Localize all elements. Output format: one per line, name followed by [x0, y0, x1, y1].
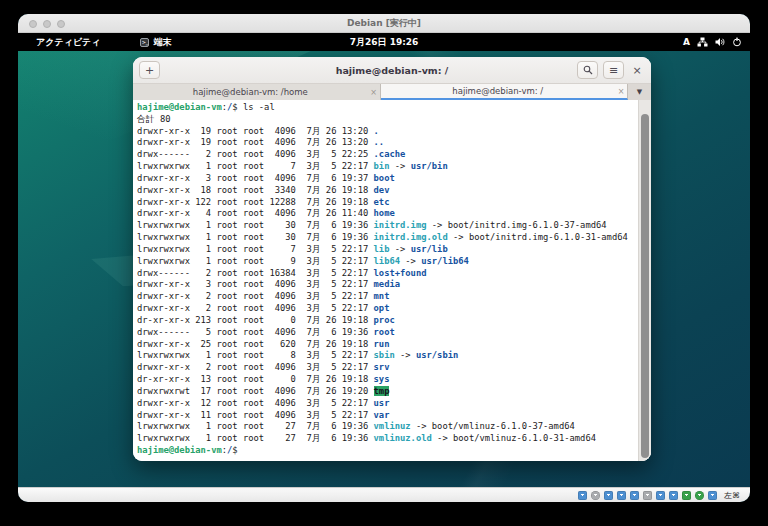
focused-app-menu[interactable]: >_ 端末	[136, 36, 175, 49]
tab-label: hajime@debian-vm: /home	[133, 87, 368, 97]
menu-button[interactable]: ≡	[603, 61, 624, 79]
terminal-line: drwx------ 2 root root 4096 3月 5 22:25 .…	[137, 149, 637, 161]
system-status-area[interactable]: A	[683, 37, 742, 47]
terminal-screen[interactable]: hajime@debian-vm:/$ ls -al合計 80drwxr-xr-…	[133, 100, 651, 461]
tab-home[interactable]: hajime@debian-vm: /home ×	[133, 84, 381, 100]
terminal-line: drwxr-xr-x 122 root root 12288 7月 26 19:…	[137, 197, 637, 209]
desktop: + hajime@debian-vm: / ≡ ×	[18, 51, 750, 487]
features-icon[interactable]	[682, 491, 691, 500]
terminal-line: drwxr-xr-x 12 root root 4096 3月 5 22:17 …	[137, 398, 637, 410]
terminal-line: lrwxrwxrwx 1 root root 27 7月 6 19:36 vml…	[137, 421, 637, 433]
mac-titlebar: Debian [実行中]	[18, 14, 750, 33]
terminal-headerbar: + hajime@debian-vm: / ≡ ×	[133, 57, 651, 84]
focused-app-label: 端末	[153, 36, 171, 49]
terminal-line: lrwxrwxrwx 1 root root 9 3月 5 22:17 lib6…	[137, 256, 637, 268]
tab-label: hajime@debian-vm: /	[381, 86, 616, 96]
terminal-title: hajime@debian-vm: /	[336, 65, 449, 76]
terminal-line: drwxr-xr-x 3 root root 4096 3月 5 22:17 m…	[137, 279, 637, 291]
terminal-line: 合計 80	[137, 114, 637, 126]
hamburger-icon: ≡	[609, 65, 618, 76]
terminal-line: lrwxrwxrwx 1 root root 30 7月 6 19:36 ini…	[137, 232, 637, 244]
gnome-topbar: アクティビティ >_ 端末 7月26日 19:26 A	[18, 33, 750, 51]
terminal-line: drwx------ 5 root root 4096 7月 6 19:36 r…	[137, 327, 637, 339]
terminal-line: drwxr-xr-x 3 root root 4096 7月 6 19:37 b…	[137, 173, 637, 185]
terminal-line: lrwxrwxrwx 1 root root 30 7月 6 19:36 ini…	[137, 220, 637, 232]
tab-close-icon[interactable]: ×	[615, 87, 627, 96]
tab-list-button[interactable]: ▼	[628, 84, 651, 100]
traffic-lights	[29, 20, 65, 28]
terminal-app-icon: >_	[140, 38, 149, 47]
clock-button[interactable]: 7月26日 19:26	[350, 36, 419, 49]
search-button[interactable]	[577, 61, 598, 79]
terminal-line: drwxr-xr-x 2 root root 4096 3月 5 22:17 m…	[137, 291, 637, 303]
terminal-line: hajime@debian-vm:/$	[137, 445, 637, 457]
terminal-line: drwxrwxrwt 17 root root 4096 7月 26 19:20…	[137, 386, 637, 398]
audio-icon[interactable]	[604, 491, 613, 500]
close-terminal-button[interactable]: ×	[629, 62, 645, 78]
terminal-output: hajime@debian-vm:/$ ls -al合計 80drwxr-xr-…	[137, 102, 637, 457]
scrollbar-thumb[interactable]	[641, 114, 649, 458]
terminal-line: drwxr-xr-x 2 root root 4096 3月 5 22:17 o…	[137, 303, 637, 315]
mouse-integration-icon[interactable]	[708, 491, 717, 500]
terminal-line: dr-xr-xr-x 213 root root 0 7月 26 19:18 p…	[137, 315, 637, 327]
hdd-icon[interactable]	[578, 491, 587, 500]
close-icon: ×	[632, 64, 641, 77]
terminal-line: drwxr-xr-x 18 root root 3340 7月 26 19:18…	[137, 185, 637, 197]
tab-bar: hajime@debian-vm: /home × hajime@debian-…	[133, 84, 651, 100]
minimize-window-button[interactable]	[43, 20, 51, 28]
host-key-label: 左⌘	[724, 490, 740, 501]
terminal-line: lrwxrwxrwx 1 root root 7 3月 5 22:17 lib …	[137, 244, 637, 256]
recording-icon[interactable]	[669, 491, 678, 500]
wired-network-icon[interactable]	[697, 37, 708, 47]
network-adapter-icon[interactable]	[617, 491, 626, 500]
power-icon[interactable]	[732, 37, 742, 47]
usb-icon[interactable]	[630, 491, 639, 500]
terminal-window: + hajime@debian-vm: / ≡ ×	[133, 57, 651, 461]
processor-icon[interactable]	[695, 491, 704, 500]
terminal-line: hajime@debian-vm:/$ ls -al	[137, 102, 637, 114]
activities-button[interactable]: アクティビティ	[32, 36, 104, 49]
terminal-line: drwxr-xr-x 19 root root 4096 7月 26 13:20…	[137, 137, 637, 149]
input-method-indicator[interactable]: A	[683, 37, 690, 47]
display-icon[interactable]	[656, 491, 665, 500]
terminal-line: lrwxrwxrwx 1 root root 7 3月 5 22:17 bin …	[137, 161, 637, 173]
shared-folders-icon[interactable]	[643, 491, 652, 500]
vm-window: Debian [実行中] アクティビティ >_ 端末 7月26日 19:26 A	[18, 14, 750, 502]
volume-icon[interactable]	[715, 37, 725, 47]
terminal-line: drwxr-xr-x 11 root root 4096 3月 5 22:17 …	[137, 410, 637, 422]
plus-icon: +	[145, 65, 154, 76]
zoom-window-button[interactable]	[57, 20, 65, 28]
new-tab-button[interactable]: +	[139, 61, 160, 79]
vbox-status-icons	[578, 491, 717, 500]
terminal-line: lrwxrwxrwx 1 root root 27 7月 6 19:36 vml…	[137, 433, 637, 445]
terminal-line: drwxr-xr-x 25 root root 620 7月 26 19:18 …	[137, 339, 637, 351]
tab-root[interactable]: hajime@debian-vm: / ×	[381, 84, 629, 100]
terminal-line: drwxr-xr-x 2 root root 4096 3月 5 22:17 s…	[137, 362, 637, 374]
terminal-line: drwxr-xr-x 19 root root 4096 7月 26 13:20…	[137, 126, 637, 138]
tab-close-icon[interactable]: ×	[368, 88, 380, 97]
scrollbar-track[interactable]	[638, 100, 651, 461]
optical-disk-icon[interactable]	[591, 491, 600, 500]
search-icon	[583, 65, 593, 75]
window-title: Debian [実行中]	[347, 17, 421, 30]
chevron-down-icon: ▼	[637, 88, 642, 96]
terminal-line: drwx------ 2 root root 16384 3月 5 22:17 …	[137, 268, 637, 280]
close-window-button[interactable]	[29, 20, 37, 28]
terminal-line: drwxr-xr-x 4 root root 4096 7月 26 11:40 …	[137, 208, 637, 220]
vbox-statusbar: 左⌘	[18, 487, 750, 502]
terminal-line: lrwxrwxrwx 1 root root 8 3月 5 22:17 sbin…	[137, 350, 637, 362]
terminal-line: dr-xr-xr-x 13 root root 0 7月 26 19:18 sy…	[137, 374, 637, 386]
